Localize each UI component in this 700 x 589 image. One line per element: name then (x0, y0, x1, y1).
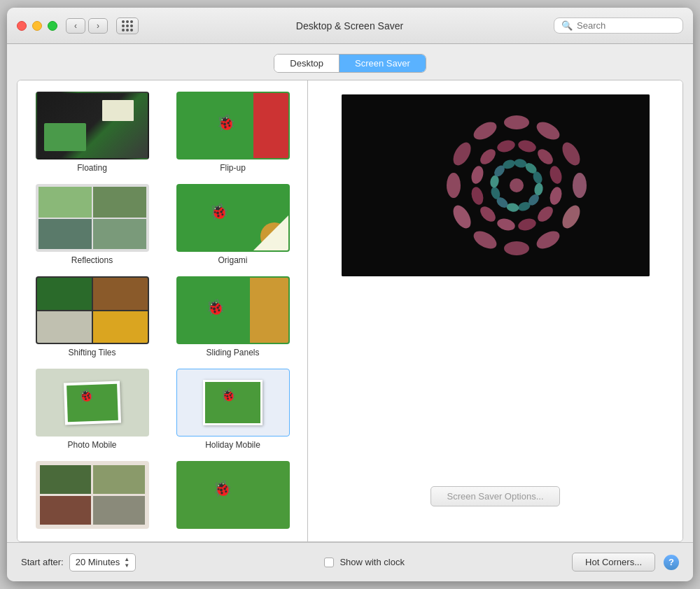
svg-point-7 (504, 241, 529, 255)
screensaver-label-sliding-panels: Sliding Panels (206, 348, 259, 357)
photo-frame: 🐞 (63, 381, 120, 425)
screensaver-item-origami[interactable]: 🐞 Origami (169, 184, 296, 265)
tab-desktop[interactable]: Desktop (274, 55, 340, 72)
start-after-label: Start after: (21, 557, 64, 567)
screensaver-item-sliding-panels[interactable]: 🐞 Sliding Panels (169, 276, 296, 357)
dropdown-arrows-icon: ▲ ▼ (124, 556, 130, 569)
screensaver-label-floating: Floating (77, 163, 107, 173)
screensaver-label-shifting-tiles: Shifting Tiles (68, 348, 115, 357)
ladybug-icon-photo: 🐞 (78, 387, 94, 403)
grid-icon (122, 20, 133, 31)
titlebar: ‹ › Desktop & Screen Saver 🔍 (7, 8, 693, 44)
window-title: Desktop & Screen Saver (146, 20, 554, 31)
screensaver-grid: Floating 🐞 Flip-up (29, 92, 296, 532)
duration-dropdown[interactable]: 20 Minutes ▲ ▼ (69, 553, 136, 572)
holiday-inner: 🐞 (205, 382, 260, 423)
screensaver-thumb-reflections (36, 184, 149, 252)
bottom-bar: Start after: 20 Minutes ▲ ▼ Show with cl… (7, 542, 693, 581)
show-clock-label: Show with clock (340, 557, 404, 567)
svg-point-4 (573, 173, 587, 198)
holiday-frame: 🐞 (203, 380, 262, 425)
tab-screensaver[interactable]: Screen Saver (340, 55, 426, 72)
screensaver-preview (342, 94, 650, 276)
screensaver-thumb-holiday-mobile: 🐞 (176, 369, 290, 437)
fractal-visualization (342, 94, 650, 276)
screensaver-item-reflections[interactable]: Reflections (29, 184, 155, 265)
close-button[interactable] (17, 21, 27, 31)
svg-point-10 (447, 173, 461, 198)
traffic-lights (17, 21, 57, 31)
ladybug-icon-origami: 🐞 (209, 203, 228, 221)
screensaver-thumb-photo-mobile: 🐞 (36, 369, 149, 437)
main-window: ‹ › Desktop & Screen Saver 🔍 Desktop Scr… (7, 8, 693, 581)
ladybug-icon-sliding: 🐞 (206, 299, 225, 317)
nav-buttons: ‹ › (66, 18, 108, 34)
screensaver-item-row5-2[interactable]: 🐞 (169, 461, 296, 532)
photo-inner: 🐞 (66, 383, 118, 421)
ladybug-icon-row5: 🐞 (213, 480, 232, 498)
screensaver-options-button[interactable]: Screen Saver Options... (430, 486, 559, 506)
screensaver-thumb-row5-2: 🐞 (176, 461, 290, 529)
screensaver-label-origami: Origami (218, 255, 247, 265)
screensaver-thumb-sliding: 🐞 (176, 276, 290, 344)
back-button[interactable]: ‹ (66, 18, 85, 34)
show-clock-checkbox[interactable] (324, 558, 334, 567)
screensaver-label-holiday-mobile: Holiday Mobile (205, 440, 260, 450)
screensaver-thumb-floating (36, 92, 149, 159)
help-button[interactable]: ? (664, 555, 679, 570)
screensaver-thumb-shifting (36, 276, 149, 344)
show-clock-section: Show with clock (157, 557, 572, 567)
screensaver-item-flipup[interactable]: 🐞 Flip-up (169, 92, 296, 173)
screensaver-label-photo-mobile: Photo Mobile (67, 440, 116, 450)
svg-point-37 (510, 178, 524, 192)
tab-bar: Desktop Screen Saver (7, 44, 693, 80)
screensaver-list: Floating 🐞 Flip-up (18, 80, 308, 541)
search-input[interactable] (577, 20, 675, 31)
ladybug-icon-holiday: 🐞 (220, 388, 236, 403)
preview-panel: Screen Saver Options... (308, 80, 682, 541)
hot-corners-button[interactable]: Hot Corners... (572, 553, 655, 572)
svg-point-1 (504, 115, 529, 129)
ladybug-icon: 🐞 (216, 114, 235, 132)
content-area: Floating 🐞 Flip-up (17, 80, 683, 542)
search-icon: 🔍 (561, 20, 573, 31)
screensaver-item-row5-1[interactable] (29, 461, 155, 532)
minimize-button[interactable] (32, 21, 42, 31)
tab-group: Desktop Screen Saver (274, 54, 426, 73)
maximize-button[interactable] (48, 21, 57, 31)
search-box[interactable]: 🔍 (554, 17, 683, 34)
screensaver-item-shifting-tiles[interactable]: Shifting Tiles (29, 276, 155, 357)
screensaver-label-flipup: Flip-up (220, 163, 246, 173)
screensaver-thumb-origami: 🐞 (176, 184, 290, 252)
duration-value: 20 Minutes (76, 557, 120, 567)
screensaver-thumb-row5-1 (36, 461, 149, 529)
screensaver-thumb-flipup: 🐞 (176, 92, 290, 159)
screensaver-item-floating[interactable]: Floating (29, 92, 155, 173)
forward-button[interactable]: › (88, 18, 108, 34)
screensaver-label-reflections: Reflections (71, 255, 113, 265)
screensaver-item-photo-mobile[interactable]: 🐞 Photo Mobile (29, 369, 155, 450)
grid-view-button[interactable] (116, 17, 139, 34)
screensaver-item-holiday-mobile[interactable]: 🐞 Holiday Mobile (169, 369, 296, 450)
